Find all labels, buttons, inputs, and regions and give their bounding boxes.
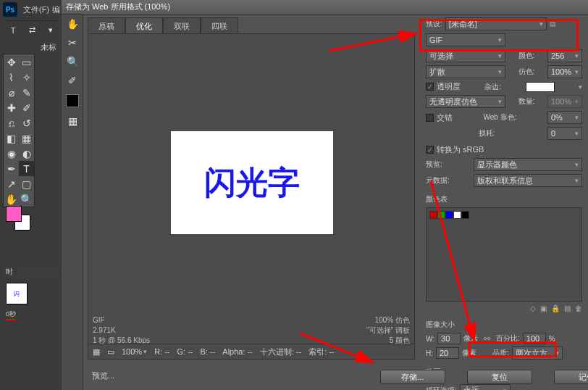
ct-icon-2[interactable]: ▣ <box>540 304 547 312</box>
percent-input[interactable]: 100 <box>523 333 546 344</box>
color-cell[interactable] <box>445 211 453 219</box>
wand-tool-icon[interactable]: ✧ <box>19 70 34 85</box>
ct-icon-3[interactable]: 🔒 <box>551 304 560 312</box>
width-input[interactable]: 30 <box>437 333 461 344</box>
save-button[interactable]: 存储... <box>380 370 445 384</box>
slice-icon[interactable]: ✂ <box>62 33 83 52</box>
trans-dither-select[interactable]: 无透明度仿色▾ <box>426 95 505 108</box>
loop-label: 循环选项: <box>426 386 457 390</box>
grid-icon[interactable]: ▦ <box>93 347 100 357</box>
remember-button[interactable]: 记住 <box>554 370 588 384</box>
w-label: W: <box>426 335 434 343</box>
matte-chevron-icon[interactable]: ▾ <box>579 83 582 91</box>
ct-icon-1[interactable]: ◇ <box>530 304 536 312</box>
frame-duration[interactable]: 0秒 <box>6 310 16 320</box>
metadata-select[interactable]: 版权和联系信息▾ <box>474 174 582 187</box>
hand-icon[interactable]: ✋ <box>62 14 83 33</box>
dither-select[interactable]: 扩散▾ <box>426 65 505 78</box>
lasso-tool-icon[interactable]: ⌇ <box>4 70 19 85</box>
timeline-header[interactable]: 时 <box>3 265 59 278</box>
heal-tool-icon[interactable]: ✚ <box>4 100 19 115</box>
matte-label: 杂边: <box>484 82 501 92</box>
preview-select[interactable]: 显示器颜色▾ <box>474 158 582 171</box>
color-cell[interactable] <box>453 211 461 219</box>
pen-tool-icon[interactable]: ✒ <box>4 161 19 176</box>
dither-label: 仿色: <box>518 67 535 77</box>
eyedropper-tool-icon[interactable]: ✎ <box>19 85 34 100</box>
transparency-checkbox[interactable]: ✓透明度 <box>426 81 461 92</box>
tab-2up[interactable]: 双联 <box>163 17 201 35</box>
crop-tool-icon[interactable]: ⌀ <box>4 85 19 100</box>
r-value: R: -- <box>154 347 169 356</box>
alpha-value: Alpha: -- <box>222 347 253 356</box>
menu-edit[interactable]: 编 <box>52 4 60 15</box>
color-cell[interactable] <box>429 211 437 219</box>
zoom-tool-icon[interactable]: 🔍 <box>19 191 34 207</box>
reset-button[interactable]: 复位 <box>467 370 532 384</box>
eraser-tool-icon[interactable]: ◧ <box>4 130 19 146</box>
px-label-2: 像素 <box>462 348 476 358</box>
index-value: 索引: -- <box>308 347 334 357</box>
swap-icon[interactable]: ⇄ <box>26 25 38 36</box>
move-tool-icon[interactable]: ✥ <box>4 54 19 70</box>
tab-optimized[interactable]: 优化 <box>125 17 163 35</box>
zoom-select[interactable]: 100% ▾ <box>122 347 147 356</box>
zoom-icon[interactable]: 🔍 <box>62 52 83 71</box>
brush-tool-icon[interactable]: ✐ <box>19 100 34 115</box>
quality-select[interactable]: 两次立方▾ <box>512 347 563 360</box>
timeline-frame[interactable]: 闪 <box>6 283 28 304</box>
color-table[interactable] <box>426 207 582 302</box>
history-brush-icon[interactable]: ↺ <box>19 115 34 130</box>
type-tool-icon[interactable]: T <box>19 161 34 176</box>
palette-select[interactable]: 可选择▾ <box>426 49 505 62</box>
preview-info-right: 100% 仿色 "可选择" 调板 5 颜色 <box>366 315 410 346</box>
font-dropdown-icon[interactable]: ▾ <box>45 25 56 36</box>
color-cell[interactable] <box>437 211 445 219</box>
colors-select[interactable]: 256▾ <box>547 49 582 62</box>
stamp-tool-icon[interactable]: ⎌ <box>4 115 19 130</box>
canvas-text: 闪光字 <box>204 162 300 204</box>
metadata-label: 元数据: <box>426 175 450 186</box>
hand-small-icon[interactable]: ▭ <box>107 347 114 357</box>
tab-original[interactable]: 原稿 <box>88 17 125 35</box>
preset-menu-icon[interactable]: ▤ <box>550 20 556 28</box>
preview-link[interactable]: 预览... <box>92 370 114 381</box>
preview-label: 预览: <box>426 159 442 170</box>
path-tool-icon[interactable]: ↗ <box>4 176 19 191</box>
trans-amount-select[interactable]: 100%▾ <box>547 95 582 108</box>
ct-new-icon[interactable]: ▤ <box>564 304 571 312</box>
slice-visibility-icon[interactable]: ▦ <box>62 112 83 130</box>
dither-value-select[interactable]: 100%▾ <box>547 65 582 78</box>
color-cell[interactable] <box>461 211 469 219</box>
preset-select[interactable]: [未命名]▾ <box>445 17 547 30</box>
fg-color-swatch[interactable] <box>6 206 22 222</box>
text-tool-icon[interactable]: T <box>7 25 19 36</box>
ct-trash-icon[interactable]: 🗑 <box>575 304 582 312</box>
link-icon[interactable]: ⚯ <box>484 334 490 344</box>
shape-tool-icon[interactable]: ▢ <box>19 176 34 191</box>
matte-swatch[interactable] <box>526 82 555 92</box>
blur-tool-icon[interactable]: ◉ <box>4 146 19 161</box>
dodge-tool-icon[interactable]: ◐ <box>19 146 34 161</box>
format-select[interactable]: GIF▾ <box>426 33 505 46</box>
srgb-checkbox[interactable]: ✓转换为 sRGB <box>426 144 582 155</box>
gradient-tool-icon[interactable]: ▦ <box>19 130 34 146</box>
quality-label: 品质: <box>492 348 509 358</box>
tab-4up[interactable]: 四联 <box>201 17 238 35</box>
height-input[interactable]: 20 <box>436 347 459 359</box>
px-label-1: 像素 <box>463 333 478 344</box>
lossy-select[interactable]: 0▾ <box>547 127 582 140</box>
color-swatches[interactable] <box>6 206 32 232</box>
sample-color-swatch[interactable] <box>66 94 79 107</box>
document-tab[interactable]: 未标 <box>41 42 56 53</box>
marquee-tool-icon[interactable]: ▭ <box>19 54 34 70</box>
menu-file[interactable]: 文件(F) <box>23 4 49 15</box>
dialog-title: 存储为 Web 所用格式 (100%) <box>66 1 170 12</box>
websnap-select[interactable]: 0%▾ <box>547 111 582 124</box>
h-label: H: <box>426 349 433 357</box>
hand-tool-icon[interactable]: ✋ <box>4 191 19 207</box>
interlace-checkbox[interactable]: 交错 <box>426 112 453 123</box>
trans-amount-label: 数量: <box>518 96 535 107</box>
eyedropper-icon[interactable]: ✐ <box>62 71 83 90</box>
loop-select[interactable]: 永远▾ <box>460 384 511 390</box>
